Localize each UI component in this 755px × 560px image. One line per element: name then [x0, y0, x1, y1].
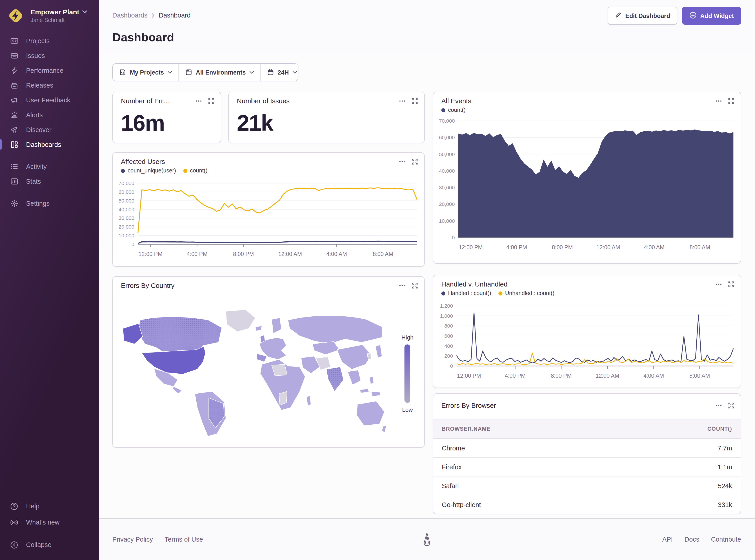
ellipsis-menu-icon[interactable]	[715, 405, 722, 406]
ellipsis-menu-icon[interactable]	[195, 100, 202, 102]
map-legend-low: Low	[402, 406, 413, 413]
svg-text:12:00 AM: 12:00 AM	[278, 251, 302, 257]
svg-text:12:00 PM: 12:00 PM	[459, 244, 483, 251]
svg-text:200: 200	[444, 353, 453, 359]
sidebar-item-help[interactable]: Help	[0, 498, 99, 514]
table-header: BROWSER.NAME COUNT()	[433, 419, 741, 439]
expand-icon[interactable]	[728, 402, 734, 409]
browser-count: 331k	[718, 501, 732, 508]
svg-text:1,200: 1,200	[440, 303, 453, 309]
sidebar-item-projects[interactable]: Projects	[0, 33, 99, 48]
svg-text:50,000: 50,000	[439, 151, 455, 157]
sentry-logo	[421, 532, 433, 547]
svg-text:800: 800	[444, 323, 453, 329]
svg-text:8:00 AM: 8:00 AM	[690, 244, 710, 251]
widget-all-events: All Events count() 010,00020,00030,00040…	[433, 92, 741, 264]
ellipsis-menu-icon[interactable]	[715, 100, 722, 102]
ellipsis-menu-icon[interactable]	[399, 285, 405, 286]
widget-title: Number of Issues	[237, 97, 399, 105]
browser-count: 7.7m	[718, 444, 732, 452]
sidebar-item-discover[interactable]: Discover	[0, 122, 99, 137]
terms-of-use-link[interactable]: Terms of Use	[165, 536, 203, 543]
browser-name: Go-http-client	[442, 501, 481, 508]
table-row: Go-http-client 331k	[433, 495, 741, 514]
sidebar-item-label: Releases	[26, 81, 53, 89]
sidebar-item-label: Issues	[26, 52, 45, 59]
api-link[interactable]: API	[662, 536, 673, 543]
privacy-policy-link[interactable]: Privacy Policy	[112, 536, 153, 543]
chevron-down-icon	[82, 10, 88, 14]
sidebar-item-dashboards[interactable]: Dashboards	[0, 137, 99, 152]
org-switcher[interactable]: Empower Plant Jane Schmidt	[0, 0, 99, 33]
ellipsis-menu-icon[interactable]	[399, 161, 405, 163]
svg-text:60,000: 60,000	[119, 189, 134, 195]
svg-text:4:00 AM: 4:00 AM	[644, 244, 664, 251]
widget-title: Number of Err…	[121, 97, 195, 105]
svg-text:600: 600	[444, 333, 453, 339]
sidebar-item-performance[interactable]: Performance	[0, 63, 99, 78]
legend-dot	[441, 291, 445, 295]
sidebar-item-releases[interactable]: Releases	[0, 78, 99, 93]
world-map	[116, 296, 386, 445]
sidebar-item-settings[interactable]: Settings	[0, 196, 99, 211]
expand-icon[interactable]	[412, 98, 418, 104]
table-row: Firefox 1.1m	[433, 457, 741, 476]
contribute-link[interactable]: Contribute	[711, 536, 741, 543]
svg-text:4:00 AM: 4:00 AM	[327, 251, 347, 257]
svg-text:12:00 AM: 12:00 AM	[596, 244, 620, 251]
map-legend-high: High	[402, 334, 414, 341]
legend-dot	[183, 168, 187, 173]
sidebar-item-label: User Feedback	[26, 96, 70, 103]
sidebar-item-label: Settings	[26, 200, 50, 207]
app-root: Empower Plant Jane Schmidt Projects Issu…	[0, 0, 755, 560]
svg-text:40,000: 40,000	[119, 206, 134, 213]
ellipsis-menu-icon[interactable]	[715, 283, 722, 285]
widget-number-of-errors: Number of Err… 16m	[112, 92, 221, 143]
legend-label: count()	[190, 167, 207, 174]
sidebar-item-activity[interactable]: Activity	[0, 159, 99, 174]
org-logo-icon	[6, 6, 25, 25]
sidebar-item-issues[interactable]: Issues	[0, 48, 99, 63]
browser-name: Chrome	[442, 444, 465, 452]
page-footer: Privacy Policy Terms of Use API Docs Con…	[99, 518, 755, 560]
sidebar-item-alerts[interactable]: Alerts	[0, 107, 99, 122]
page-title: Dashboard	[112, 31, 174, 44]
legend-dot	[498, 291, 502, 295]
svg-text:12:00 PM: 12:00 PM	[138, 251, 162, 257]
sidebar-item-whats-new[interactable]: What's new	[0, 514, 99, 531]
edit-dashboard-label: Edit Dashboard	[625, 12, 670, 19]
user-feedback-icon	[10, 96, 18, 104]
svg-text:1,000: 1,000	[440, 313, 453, 319]
svg-text:4:00 PM: 4:00 PM	[505, 373, 526, 379]
legend-label: count()	[448, 107, 466, 113]
add-widget-label: Add Widget	[700, 12, 734, 19]
org-name: Empower Plant	[31, 8, 79, 16]
legend-dot	[121, 168, 125, 173]
expand-icon[interactable]	[412, 282, 418, 289]
svg-text:30,000: 30,000	[439, 184, 455, 191]
widget-title: Errors By Country	[121, 282, 399, 289]
svg-text:50,000: 50,000	[119, 198, 134, 204]
docs-link[interactable]: Docs	[684, 536, 699, 543]
ellipsis-menu-icon[interactable]	[399, 100, 405, 102]
expand-icon[interactable]	[208, 98, 214, 104]
expand-icon[interactable]	[412, 159, 418, 165]
widget-errors-by-country: Errors By Country	[112, 276, 425, 448]
svg-text:8:00 PM: 8:00 PM	[552, 244, 573, 251]
edit-dashboard-button[interactable]: Edit Dashboard	[608, 7, 677, 25]
expand-icon[interactable]	[728, 281, 734, 287]
sidebar-item-user-feedback[interactable]: User Feedback	[0, 93, 99, 107]
releases-icon	[10, 81, 18, 89]
collapse-icon	[10, 540, 18, 549]
sidebar-collapse-button[interactable]: Collapse	[0, 537, 99, 553]
sidebar-item-stats[interactable]: Stats	[0, 174, 99, 188]
pencil-icon	[615, 12, 622, 20]
projects-icon	[10, 36, 18, 45]
browser-count: 1.1m	[718, 463, 732, 471]
sidebar-item-label: Alerts	[26, 111, 43, 118]
add-widget-button[interactable]: Add Widget	[682, 7, 741, 25]
expand-icon[interactable]	[728, 98, 734, 104]
browser-name: Firefox	[442, 463, 462, 471]
breadcrumb-dashboards-link[interactable]: Dashboards	[112, 12, 148, 19]
all-events-chart: 010,00020,00030,00040,00050,00060,00070,…	[433, 116, 741, 254]
